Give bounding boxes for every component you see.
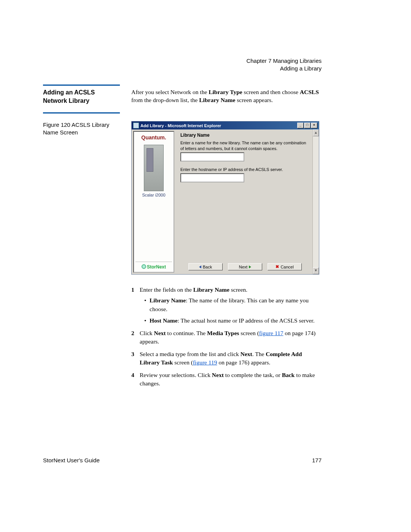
instr-library-name: Enter a name for the new library. The na… <box>180 140 308 152</box>
step-3: Select a media type from the list and cl… <box>131 350 322 367</box>
chapter-label: Chapter 7 Managing Libraries <box>246 57 322 65</box>
scrollbar[interactable]: ▲ ▼ <box>312 129 319 274</box>
panel-heading: Library Name <box>180 133 308 138</box>
step-2: Click Next to continue. The Media Types … <box>131 329 322 346</box>
figure-caption: Figure 120 ACSLS Library Name Screen <box>43 121 120 137</box>
step-1-bullet-host-name: Host Name: The actual host name or IP ad… <box>144 316 322 325</box>
next-arrow-icon <box>249 265 251 268</box>
scalar-label: Scalar i2000 <box>135 193 172 197</box>
library-name-input[interactable] <box>180 152 244 161</box>
scroll-up-button[interactable]: ▲ <box>313 129 319 136</box>
quantum-logo: Quantum. <box>135 134 172 141</box>
wizard-sidebar: Quantum. Scalar i2000 StorNext <box>133 131 174 273</box>
cancel-button[interactable]: ✖ Cancel <box>268 263 302 270</box>
stornext-icon <box>142 264 146 269</box>
procedure-steps: Enter the fields on the Library Name scr… <box>131 286 322 392</box>
step-4: Review your selections. Click Next to co… <box>131 371 322 388</box>
instr-hostname: Enter the hostname or IP address of the … <box>180 167 308 173</box>
rule-bottom <box>43 112 120 113</box>
maximize-button[interactable]: □ <box>304 123 311 128</box>
link-figure-117[interactable]: figure 117 <box>259 330 284 336</box>
rule-top <box>43 85 120 86</box>
back-arrow-icon <box>199 265 201 268</box>
library-image <box>144 145 164 191</box>
footer-guide-title: StorNext User's Guide <box>43 457 100 463</box>
window-titlebar[interactable]: Add Library - Microsoft Internet Explore… <box>132 121 319 129</box>
section-label: Adding a Library <box>246 65 322 72</box>
footer-page-number: 177 <box>312 457 322 463</box>
scroll-down-button[interactable]: ▼ <box>313 267 319 274</box>
cancel-x-icon: ✖ <box>276 264 279 269</box>
back-button[interactable]: Back <box>188 263 223 270</box>
link-figure-119[interactable]: figure 119 <box>193 359 217 366</box>
page-header: Chapter 7 Managing Libraries Adding a Li… <box>246 57 322 73</box>
wizard-main: Library Name Enter a name for the new li… <box>174 129 312 274</box>
acsls-hostname-input[interactable] <box>180 173 244 182</box>
window-title: Add Library - Microsoft Internet Explore… <box>140 123 221 128</box>
step-1: Enter the fields on the Library Name scr… <box>131 286 322 325</box>
intro-paragraph: After you select Network on the Library … <box>131 88 322 104</box>
step-1-bullet-library-name: Library Name: The name of the library. T… <box>144 296 322 313</box>
next-button[interactable]: Next <box>228 263 262 270</box>
minimize-button[interactable]: _ <box>297 123 304 128</box>
ie-icon <box>133 123 139 128</box>
section-heading: Adding an ACSLS Network Library <box>43 88 120 105</box>
close-button[interactable]: × <box>311 123 317 128</box>
stornext-logo: StorNext <box>135 262 172 270</box>
screenshot-add-library: Add Library - Microsoft Internet Explore… <box>131 121 319 275</box>
